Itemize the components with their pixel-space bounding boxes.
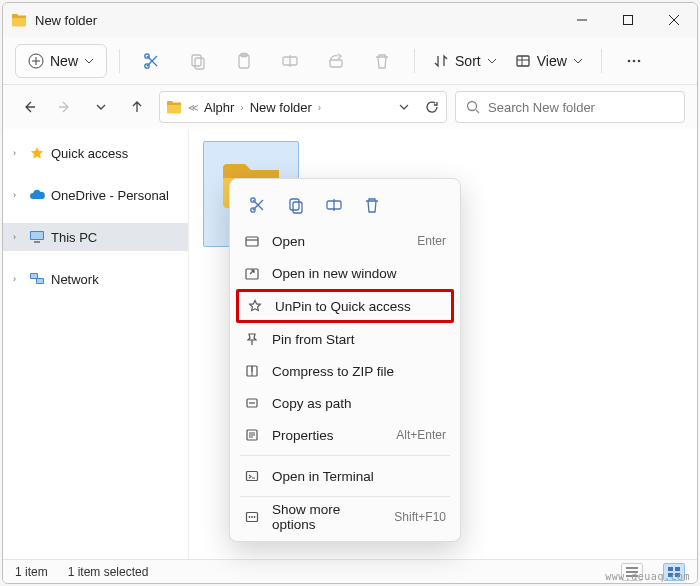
- pin-icon: [244, 331, 260, 347]
- search-box[interactable]: [455, 91, 685, 123]
- chevron-right-icon: ›: [13, 190, 23, 200]
- item-count: 1 item: [15, 565, 48, 579]
- details-view-button[interactable]: [621, 563, 643, 581]
- copy-icon: [189, 52, 207, 70]
- sidebar-item-quick-access[interactable]: › Quick access: [3, 139, 188, 167]
- sidebar-label: OneDrive - Personal: [51, 188, 169, 203]
- context-menu: Open Enter Open in new window UnPin to Q…: [229, 178, 461, 542]
- svg-rect-5: [195, 58, 204, 69]
- status-bar: 1 item 1 item selected: [3, 559, 697, 583]
- toolbar: New Sort View: [3, 37, 697, 85]
- arrow-up-icon: [129, 99, 145, 115]
- svg-rect-21: [37, 279, 43, 283]
- context-menu-actions: [230, 185, 460, 225]
- cloud-icon: [29, 187, 45, 203]
- sidebar-item-network[interactable]: › Network: [3, 265, 188, 293]
- svg-rect-4: [192, 55, 201, 66]
- menu-divider: [240, 496, 450, 497]
- delete-button[interactable]: [362, 42, 402, 80]
- path-icon: [244, 395, 260, 411]
- sidebar-item-onedrive[interactable]: › OneDrive - Personal: [3, 181, 188, 209]
- search-input[interactable]: [488, 100, 674, 115]
- copy-button[interactable]: [282, 191, 310, 219]
- scissors-icon: [249, 196, 267, 214]
- menu-item-open[interactable]: Open Enter: [230, 225, 460, 257]
- sidebar-item-this-pc[interactable]: › This PC: [3, 223, 188, 251]
- star-outline-icon: [247, 298, 263, 314]
- chevron-down-icon[interactable]: [398, 101, 410, 113]
- view-button[interactable]: View: [509, 42, 589, 80]
- share-button[interactable]: [316, 42, 356, 80]
- svg-rect-31: [246, 237, 258, 246]
- terminal-icon: [244, 468, 260, 484]
- menu-item-copy-path[interactable]: Copy as path: [230, 387, 460, 419]
- clipboard-icon: [235, 52, 253, 70]
- zip-icon: [244, 363, 260, 379]
- sort-button[interactable]: Sort: [427, 42, 503, 80]
- svg-rect-16: [31, 232, 43, 239]
- cut-button[interactable]: [244, 191, 272, 219]
- svg-rect-20: [31, 274, 37, 278]
- breadcrumb[interactable]: ≪ Alphr › New folder ›: [159, 91, 447, 123]
- navigation-pane: › Quick access › OneDrive - Personal › T…: [3, 129, 189, 559]
- chevron-down-icon: [573, 56, 583, 66]
- delete-button[interactable]: [358, 191, 386, 219]
- svg-point-11: [627, 59, 630, 62]
- maximize-button[interactable]: [605, 3, 651, 37]
- rename-icon: [281, 52, 299, 70]
- chevron-down-icon: [487, 56, 497, 66]
- menu-divider: [240, 455, 450, 456]
- svg-rect-9: [330, 60, 342, 67]
- trash-icon: [373, 52, 391, 70]
- titlebar: New folder: [3, 3, 697, 37]
- pc-icon: [29, 229, 45, 245]
- new-window-icon: [244, 265, 260, 281]
- plus-circle-icon: [28, 53, 44, 69]
- open-icon: [244, 233, 260, 249]
- window-controls: [559, 3, 697, 37]
- recent-button[interactable]: [87, 93, 115, 121]
- selected-count: 1 item selected: [68, 565, 149, 579]
- highlight-box: UnPin to Quick access: [236, 289, 454, 323]
- ellipsis-icon: [625, 52, 643, 70]
- more-icon: [244, 509, 260, 525]
- properties-icon: [244, 427, 260, 443]
- back-button[interactable]: [15, 93, 43, 121]
- copy-button[interactable]: [178, 42, 218, 80]
- forward-button[interactable]: [51, 93, 79, 121]
- view-icon: [515, 53, 531, 69]
- menu-item-pin-start[interactable]: Pin from Start: [230, 323, 460, 355]
- breadcrumb-seg[interactable]: New folder: [250, 100, 312, 115]
- arrow-left-icon: [21, 99, 37, 115]
- menu-item-open-new-window[interactable]: Open in new window: [230, 257, 460, 289]
- new-button[interactable]: New: [15, 44, 107, 78]
- menu-item-open-terminal[interactable]: Open in Terminal: [230, 460, 460, 492]
- chevron-icon: ≪: [188, 102, 198, 113]
- more-button[interactable]: [614, 42, 654, 80]
- folder-icon: [11, 13, 27, 27]
- nav-row: ≪ Alphr › New folder ›: [3, 85, 697, 129]
- refresh-icon[interactable]: [424, 99, 440, 115]
- chevron-down-icon: [95, 101, 107, 113]
- paste-button[interactable]: [224, 42, 264, 80]
- rename-button[interactable]: [270, 42, 310, 80]
- rename-button[interactable]: [320, 191, 348, 219]
- menu-item-compress-zip[interactable]: Compress to ZIP file: [230, 355, 460, 387]
- share-icon: [327, 52, 345, 70]
- menu-item-unpin-quick-access[interactable]: UnPin to Quick access: [239, 292, 451, 320]
- folder-icon: [166, 100, 182, 114]
- sort-icon: [433, 53, 449, 69]
- minimize-button[interactable]: [559, 3, 605, 37]
- cut-button[interactable]: [132, 42, 172, 80]
- icons-view-button[interactable]: [663, 563, 685, 581]
- menu-item-properties[interactable]: Properties Alt+Enter: [230, 419, 460, 451]
- close-button[interactable]: [651, 3, 697, 37]
- svg-rect-28: [290, 199, 299, 210]
- breadcrumb-seg[interactable]: Alphr: [204, 100, 234, 115]
- network-icon: [29, 271, 45, 287]
- svg-point-13: [637, 59, 640, 62]
- svg-rect-24: [668, 573, 673, 577]
- up-button[interactable]: [123, 93, 151, 121]
- sidebar-label: This PC: [51, 230, 97, 245]
- menu-item-show-more[interactable]: Show more options Shift+F10: [230, 501, 460, 533]
